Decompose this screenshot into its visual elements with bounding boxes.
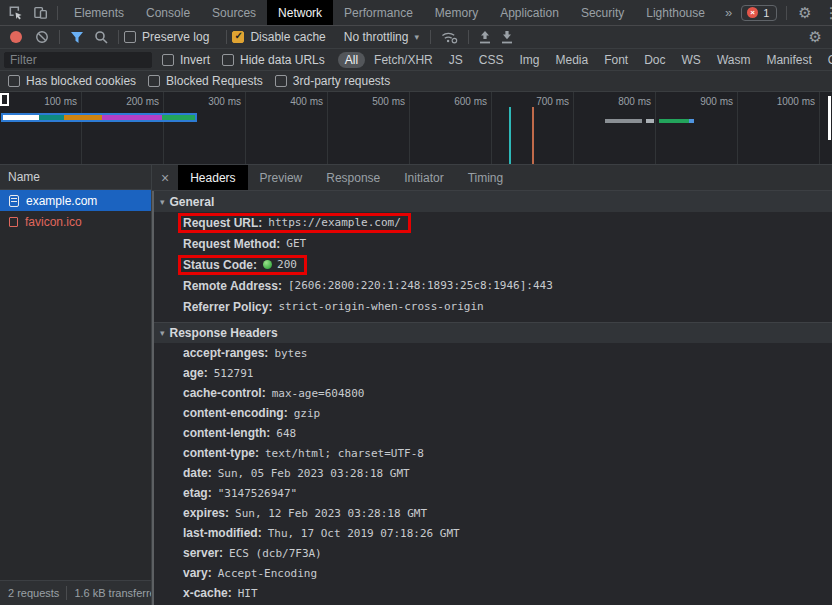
third-party-requests-checkbox[interactable]: 3rd-party requests bbox=[275, 74, 390, 88]
overview-right-handle[interactable] bbox=[828, 96, 831, 140]
settings-gear-icon[interactable]: ⚙ bbox=[792, 4, 817, 22]
clear-icon[interactable] bbox=[30, 30, 54, 44]
panel-tab[interactable]: Memory bbox=[424, 0, 489, 25]
resource-type-chip[interactable]: JS bbox=[442, 52, 470, 68]
resource-type-chip[interactable]: Fetch/XHR bbox=[367, 52, 440, 68]
timeline-grid: 100 ms 200 ms 300 ms 400 ms 500 ms 600 m… bbox=[0, 92, 832, 164]
panel-tab[interactable]: Console bbox=[135, 0, 201, 25]
request-name: favicon.ico bbox=[25, 215, 82, 229]
resource-type-chip[interactable]: Wasm bbox=[710, 52, 758, 68]
panel-tab[interactable]: Performance bbox=[333, 0, 424, 25]
disclosure-triangle-icon: ▾ bbox=[160, 197, 165, 207]
disable-cache-checkbox[interactable]: Disable cache bbox=[232, 30, 325, 44]
request-name: example.com bbox=[26, 194, 97, 208]
waterfall-bar-example-com bbox=[1, 113, 197, 122]
header-name: Referrer Policy: bbox=[183, 300, 272, 314]
header-row-inner: vary: Accept-Encoding bbox=[178, 563, 327, 583]
header-value: https://example.com/ bbox=[268, 216, 400, 229]
throttling-dropdown[interactable]: No throttling ▾ bbox=[338, 30, 425, 44]
resource-type-chip[interactable]: Img bbox=[512, 52, 546, 68]
more-tabs-chevron[interactable]: » bbox=[716, 0, 741, 25]
disable-cache-label: Disable cache bbox=[250, 30, 325, 44]
request-type-icon bbox=[9, 217, 18, 227]
resource-type-chip[interactable]: CSS bbox=[472, 52, 511, 68]
request-details-panel: × Headers Preview Response Initiator Tim… bbox=[152, 165, 832, 605]
header-name: Remote Address: bbox=[183, 279, 282, 293]
invert-checkbox[interactable]: Invert bbox=[162, 53, 210, 67]
header-name: x-cache: bbox=[183, 586, 232, 600]
resource-type-chip[interactable]: Other bbox=[821, 52, 832, 68]
disclosure-triangle-icon: ▾ bbox=[160, 328, 165, 338]
panel-tab[interactable]: Application bbox=[489, 0, 570, 25]
resource-type-chip[interactable]: Font bbox=[597, 52, 635, 68]
details-tab[interactable]: Initiator bbox=[392, 165, 455, 190]
header-value: text/html; charset=UTF-8 bbox=[265, 447, 424, 460]
event-line-domcontentloaded bbox=[509, 107, 511, 164]
name-column-header[interactable]: Name bbox=[0, 165, 151, 190]
preserve-log-checkbox[interactable]: Preserve log bbox=[124, 30, 209, 44]
details-tab[interactable]: Timing bbox=[456, 165, 516, 190]
transferred-size: 1.6 kB transferred bbox=[74, 587, 151, 599]
general-header-row: Status Code: 200 bbox=[154, 254, 832, 275]
separator bbox=[118, 30, 119, 44]
inspect-element-icon[interactable] bbox=[8, 5, 23, 20]
header-row-inner: etag: "3147526947" bbox=[178, 483, 307, 503]
response-header-row: x-cache: HIT bbox=[154, 583, 832, 603]
checkbox-checked-icon bbox=[232, 31, 244, 43]
error-badge[interactable]: × 1 bbox=[741, 5, 777, 21]
summary-bar: 2 requests 1.6 kB transferred bbox=[0, 580, 151, 605]
details-tab[interactable]: Response bbox=[314, 165, 392, 190]
header-row-inner: content-encoding: gzip bbox=[178, 403, 330, 423]
blocked-requests-label: Blocked Requests bbox=[166, 74, 263, 88]
timeline-tick: 500 ms bbox=[328, 92, 410, 164]
record-button[interactable] bbox=[10, 31, 22, 43]
details-tab[interactable]: Headers bbox=[178, 165, 247, 190]
resource-type-chip[interactable]: Media bbox=[548, 52, 595, 68]
header-name: content-length: bbox=[183, 426, 270, 440]
request-row[interactable]: favicon.ico bbox=[0, 211, 151, 232]
panel-tab[interactable]: Lighthouse bbox=[635, 0, 716, 25]
header-row-inner: content-length: 648 bbox=[178, 423, 306, 443]
panel-tab[interactable]: Security bbox=[570, 0, 635, 25]
device-toolbar-icon[interactable] bbox=[33, 5, 48, 20]
resource-type-chip[interactable]: WS bbox=[675, 52, 708, 68]
resource-type-chip[interactable]: All bbox=[338, 52, 365, 68]
header-value: 648 bbox=[276, 427, 296, 440]
details-tab[interactable]: Preview bbox=[248, 165, 315, 190]
response-headers-section-title: Response Headers bbox=[170, 326, 278, 340]
search-icon[interactable] bbox=[89, 30, 113, 44]
blocked-requests-checkbox[interactable]: Blocked Requests bbox=[148, 74, 263, 88]
response-header-row: cache-control: max-age=604800 bbox=[154, 383, 832, 403]
general-header-row: Remote Address: [2606:2800:220:1:248:189… bbox=[154, 275, 832, 296]
header-row-inner: content-type: text/html; charset=UTF-8 bbox=[178, 443, 434, 463]
header-value: GET bbox=[286, 237, 306, 250]
filter-funnel-icon[interactable] bbox=[65, 31, 89, 44]
response-header-row: expires: Sun, 12 Feb 2023 03:28:18 GMT bbox=[154, 503, 832, 523]
hide-data-urls-checkbox[interactable]: Hide data URLs bbox=[222, 53, 325, 67]
timeline-tick: 400 ms bbox=[246, 92, 328, 164]
network-settings-gear-icon[interactable]: ⚙ bbox=[803, 28, 828, 46]
request-type-icon bbox=[9, 195, 19, 207]
panel-tab[interactable]: Elements bbox=[63, 0, 135, 25]
kebab-menu-icon[interactable]: ⋮ bbox=[818, 4, 832, 22]
close-icon[interactable]: × bbox=[152, 165, 178, 190]
response-header-row: content-type: text/html; charset=UTF-8 bbox=[154, 443, 832, 463]
resource-type-chip[interactable]: Manifest bbox=[759, 52, 818, 68]
header-name: Status Code: bbox=[183, 258, 257, 272]
overview-left-handle[interactable] bbox=[0, 93, 9, 106]
panel-tab[interactable]: Sources bbox=[201, 0, 267, 25]
panel-tab[interactable]: Network bbox=[267, 0, 333, 25]
filter-input[interactable] bbox=[4, 52, 152, 68]
tabbar-left-icons bbox=[0, 0, 52, 25]
network-overview-timeline[interactable]: 100 ms 200 ms 300 ms 400 ms 500 ms 600 m… bbox=[0, 92, 832, 165]
general-section-header[interactable]: ▾ General bbox=[154, 191, 832, 212]
export-har-icon[interactable] bbox=[496, 31, 518, 44]
request-row[interactable]: example.com bbox=[0, 190, 151, 211]
response-headers-section-header[interactable]: ▾ Response Headers bbox=[154, 322, 832, 343]
has-blocked-cookies-checkbox[interactable]: Has blocked cookies bbox=[8, 74, 136, 88]
header-name: vary: bbox=[183, 566, 212, 580]
import-har-icon[interactable] bbox=[474, 31, 496, 44]
header-value: gzip bbox=[294, 407, 321, 420]
network-conditions-icon[interactable] bbox=[436, 30, 463, 44]
resource-type-chip[interactable]: Doc bbox=[637, 52, 672, 68]
